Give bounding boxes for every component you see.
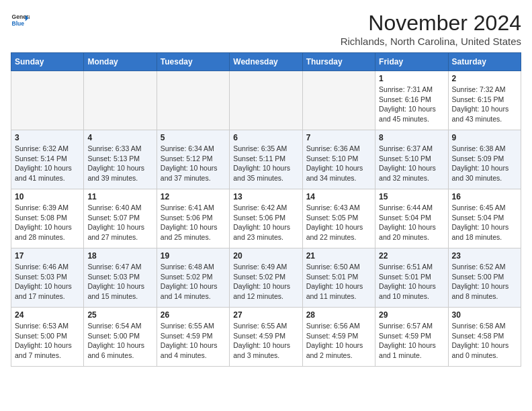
day-number: 12 xyxy=(161,192,226,201)
calendar-cell: 11Sunrise: 6:40 AM Sunset: 5:07 PM Dayli… xyxy=(84,189,157,248)
day-info: Sunrise: 6:48 AM Sunset: 5:02 PM Dayligh… xyxy=(161,262,226,302)
calendar-cell: 15Sunrise: 6:44 AM Sunset: 5:04 PM Dayli… xyxy=(375,189,448,248)
svg-text:Blue: Blue xyxy=(12,20,25,27)
calendar-cell xyxy=(302,71,375,130)
calendar-cell: 4Sunrise: 6:33 AM Sunset: 5:13 PM Daylig… xyxy=(84,130,157,189)
day-number: 2 xyxy=(452,74,517,83)
logo: General Blue xyxy=(11,11,30,30)
calendar-cell: 22Sunrise: 6:51 AM Sunset: 5:01 PM Dayli… xyxy=(375,248,448,308)
calendar-cell: 19Sunrise: 6:48 AM Sunset: 5:02 PM Dayli… xyxy=(157,248,229,308)
calendar-cell: 10Sunrise: 6:39 AM Sunset: 5:08 PM Dayli… xyxy=(11,189,84,248)
day-number: 13 xyxy=(233,192,298,201)
logo-icon: General Blue xyxy=(11,11,30,30)
calendar-week-row: 1Sunrise: 7:31 AM Sunset: 6:16 PM Daylig… xyxy=(11,71,521,130)
day-number: 21 xyxy=(306,251,371,261)
day-number: 11 xyxy=(87,192,152,201)
weekday-header: Monday xyxy=(84,53,157,71)
calendar-cell: 21Sunrise: 6:50 AM Sunset: 5:01 PM Dayli… xyxy=(302,248,375,308)
calendar-week-row: 17Sunrise: 6:46 AM Sunset: 5:03 PM Dayli… xyxy=(11,248,521,308)
day-number: 14 xyxy=(306,192,371,201)
day-number: 3 xyxy=(15,133,80,142)
day-number: 19 xyxy=(161,251,226,261)
calendar-cell: 5Sunrise: 6:34 AM Sunset: 5:12 PM Daylig… xyxy=(157,130,229,189)
calendar-cell: 1Sunrise: 7:31 AM Sunset: 6:16 PM Daylig… xyxy=(375,71,448,130)
day-info: Sunrise: 6:41 AM Sunset: 5:06 PM Dayligh… xyxy=(161,203,226,242)
weekday-header: Sunday xyxy=(11,53,84,71)
day-info: Sunrise: 6:51 AM Sunset: 5:01 PM Dayligh… xyxy=(379,262,444,302)
month-title: November 2024 xyxy=(341,11,521,36)
page-header: General Blue November 2024 Richlands, No… xyxy=(11,11,521,47)
calendar-cell xyxy=(11,71,84,130)
day-number: 23 xyxy=(452,251,517,261)
day-info: Sunrise: 6:57 AM Sunset: 4:59 PM Dayligh… xyxy=(379,321,444,361)
calendar-cell: 23Sunrise: 6:52 AM Sunset: 5:00 PM Dayli… xyxy=(448,248,521,308)
calendar-cell: 17Sunrise: 6:46 AM Sunset: 5:03 PM Dayli… xyxy=(11,248,84,308)
day-number: 29 xyxy=(379,310,444,320)
day-info: Sunrise: 6:32 AM Sunset: 5:14 PM Dayligh… xyxy=(15,144,80,183)
calendar-cell: 2Sunrise: 7:32 AM Sunset: 6:15 PM Daylig… xyxy=(448,71,521,130)
weekday-header: Saturday xyxy=(448,53,521,71)
day-number: 20 xyxy=(233,251,298,261)
day-info: Sunrise: 7:31 AM Sunset: 6:16 PM Dayligh… xyxy=(379,85,444,124)
day-info: Sunrise: 6:54 AM Sunset: 5:00 PM Dayligh… xyxy=(87,321,152,361)
weekday-header: Friday xyxy=(375,53,448,71)
calendar-week-row: 24Sunrise: 6:53 AM Sunset: 5:00 PM Dayli… xyxy=(11,308,521,367)
day-info: Sunrise: 6:55 AM Sunset: 4:59 PM Dayligh… xyxy=(161,321,226,361)
day-number: 6 xyxy=(233,133,298,142)
day-number: 22 xyxy=(379,251,444,261)
calendar-table: SundayMondayTuesdayWednesdayThursdayFrid… xyxy=(11,52,521,367)
day-number: 7 xyxy=(306,133,371,142)
day-number: 1 xyxy=(379,74,444,83)
day-info: Sunrise: 6:38 AM Sunset: 5:09 PM Dayligh… xyxy=(452,144,517,183)
title-section: November 2024 Richlands, North Carolina,… xyxy=(341,11,521,47)
calendar-cell xyxy=(157,71,229,130)
day-number: 9 xyxy=(452,133,517,142)
day-info: Sunrise: 6:36 AM Sunset: 5:10 PM Dayligh… xyxy=(306,144,371,183)
calendar-cell: 24Sunrise: 6:53 AM Sunset: 5:00 PM Dayli… xyxy=(11,308,84,367)
day-info: Sunrise: 6:49 AM Sunset: 5:02 PM Dayligh… xyxy=(233,262,298,302)
day-number: 4 xyxy=(87,133,152,142)
day-number: 10 xyxy=(15,192,80,201)
day-number: 18 xyxy=(87,251,152,261)
day-number: 15 xyxy=(379,192,444,201)
day-info: Sunrise: 6:43 AM Sunset: 5:05 PM Dayligh… xyxy=(306,203,371,242)
day-info: Sunrise: 6:53 AM Sunset: 5:00 PM Dayligh… xyxy=(15,321,80,361)
calendar-cell: 3Sunrise: 6:32 AM Sunset: 5:14 PM Daylig… xyxy=(11,130,84,189)
calendar-cell: 7Sunrise: 6:36 AM Sunset: 5:10 PM Daylig… xyxy=(302,130,375,189)
day-info: Sunrise: 6:52 AM Sunset: 5:00 PM Dayligh… xyxy=(452,262,517,302)
day-info: Sunrise: 6:55 AM Sunset: 4:59 PM Dayligh… xyxy=(233,321,298,361)
calendar-cell: 13Sunrise: 6:42 AM Sunset: 5:06 PM Dayli… xyxy=(230,189,302,248)
day-info: Sunrise: 7:32 AM Sunset: 6:15 PM Dayligh… xyxy=(452,85,517,124)
weekday-header: Wednesday xyxy=(230,53,302,71)
calendar-cell: 28Sunrise: 6:56 AM Sunset: 4:59 PM Dayli… xyxy=(302,308,375,367)
day-number: 25 xyxy=(87,310,152,320)
day-number: 27 xyxy=(233,310,298,320)
day-number: 17 xyxy=(15,251,80,261)
calendar-cell: 20Sunrise: 6:49 AM Sunset: 5:02 PM Dayli… xyxy=(230,248,302,308)
calendar-cell: 16Sunrise: 6:45 AM Sunset: 5:04 PM Dayli… xyxy=(448,189,521,248)
calendar-cell: 14Sunrise: 6:43 AM Sunset: 5:05 PM Dayli… xyxy=(302,189,375,248)
calendar-cell: 26Sunrise: 6:55 AM Sunset: 4:59 PM Dayli… xyxy=(157,308,229,367)
day-info: Sunrise: 6:46 AM Sunset: 5:03 PM Dayligh… xyxy=(15,262,80,302)
day-info: Sunrise: 6:33 AM Sunset: 5:13 PM Dayligh… xyxy=(87,144,152,183)
calendar-cell: 25Sunrise: 6:54 AM Sunset: 5:00 PM Dayli… xyxy=(84,308,157,367)
weekday-header: Tuesday xyxy=(157,53,229,71)
calendar-cell: 6Sunrise: 6:35 AM Sunset: 5:11 PM Daylig… xyxy=(230,130,302,189)
day-info: Sunrise: 6:56 AM Sunset: 4:59 PM Dayligh… xyxy=(306,321,371,361)
day-info: Sunrise: 6:34 AM Sunset: 5:12 PM Dayligh… xyxy=(161,144,226,183)
calendar-week-row: 10Sunrise: 6:39 AM Sunset: 5:08 PM Dayli… xyxy=(11,189,521,248)
weekday-header: Thursday xyxy=(302,53,375,71)
calendar-cell: 29Sunrise: 6:57 AM Sunset: 4:59 PM Dayli… xyxy=(375,308,448,367)
day-info: Sunrise: 6:40 AM Sunset: 5:07 PM Dayligh… xyxy=(87,203,152,242)
weekday-header-row: SundayMondayTuesdayWednesdayThursdayFrid… xyxy=(11,53,521,71)
day-info: Sunrise: 6:35 AM Sunset: 5:11 PM Dayligh… xyxy=(233,144,298,183)
calendar-cell: 30Sunrise: 6:58 AM Sunset: 4:58 PM Dayli… xyxy=(448,308,521,367)
day-number: 24 xyxy=(15,310,80,320)
calendar-cell: 9Sunrise: 6:38 AM Sunset: 5:09 PM Daylig… xyxy=(448,130,521,189)
calendar-cell xyxy=(230,71,302,130)
day-info: Sunrise: 6:45 AM Sunset: 5:04 PM Dayligh… xyxy=(452,203,517,242)
day-number: 16 xyxy=(452,192,517,201)
calendar-cell: 27Sunrise: 6:55 AM Sunset: 4:59 PM Dayli… xyxy=(230,308,302,367)
day-info: Sunrise: 6:42 AM Sunset: 5:06 PM Dayligh… xyxy=(233,203,298,242)
day-info: Sunrise: 6:44 AM Sunset: 5:04 PM Dayligh… xyxy=(379,203,444,242)
